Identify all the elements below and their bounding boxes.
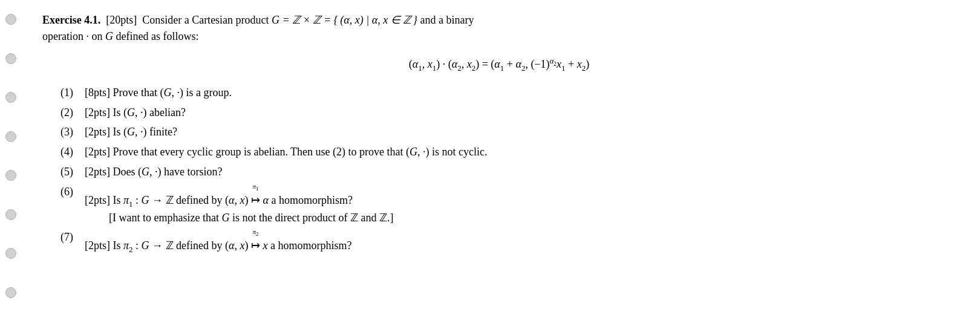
parts-list: (1) [8pts] Prove that (G, ·) is a group.… (60, 84, 956, 255)
binding-circle-5 (5, 170, 16, 181)
part-6-subtext: [I want to emphasize that G is not the d… (109, 209, 956, 227)
part-1-content: [8pts] Prove that (G, ·) is a group. (85, 84, 956, 102)
part-5-content: [2pts] Does (G, ·) have torsion? (85, 163, 956, 181)
binding-circle-6 (5, 209, 16, 220)
part-2: (2) [2pts] Is (G, ·) abelian? (60, 104, 956, 122)
part-4: (4) [2pts] Prove that every cyclic group… (60, 143, 956, 161)
part-6-content: [2pts] Is π1 : G → ℤ defined by (α, x) π… (85, 183, 956, 227)
exercise-content: Exercise 4.1. [20pts] Consider a Cartesi… (42, 12, 956, 257)
part-7-content: [2pts] Is π2 : G → ℤ defined by (α, x) π… (85, 229, 956, 255)
part-3: (3) [2pts] Is (G, ·) finite? (60, 123, 956, 141)
part-6: (6) [2pts] Is π1 : G → ℤ defined by (α, … (60, 183, 956, 227)
set-definition-inline: G = ℤ × ℤ = { (α, x) | α, x ∈ ℤ } (272, 14, 417, 26)
part-2-num: (2) (60, 104, 85, 122)
part-4-content: [2pts] Prove that every cyclic group is … (85, 143, 956, 161)
part-1-num: (1) (60, 84, 85, 102)
part-7: (7) [2pts] Is π2 : G → ℤ defined by (α, … (60, 229, 956, 255)
binding-circle-4 (5, 131, 16, 142)
binding-circle-2 (5, 53, 16, 64)
part-4-num: (4) (60, 143, 85, 161)
part-5: (5) [2pts] Does (G, ·) have torsion? (60, 163, 956, 181)
binding-circle-1 (5, 14, 16, 25)
exercise-header: Exercise 4.1. [20pts] Consider a Cartesi… (42, 12, 956, 45)
part-3-num: (3) (60, 123, 85, 141)
exercise-title: Exercise 4.1. (42, 14, 100, 26)
binding-decoration (5, 0, 17, 312)
page: Exercise 4.1. [20pts] Consider a Cartesi… (0, 0, 980, 312)
part-1: (1) [8pts] Prove that (G, ·) is a group. (60, 84, 956, 102)
binding-circle-7 (5, 248, 16, 259)
part-2-content: [2pts] Is (G, ·) abelian? (85, 104, 956, 122)
part-5-num: (5) (60, 163, 85, 181)
main-formula: (α1, x1) · (α2, x2) = (α1 + α2, (−1)α2x1… (42, 56, 956, 73)
part-6-num: (6) (60, 183, 85, 201)
binding-circle-8 (5, 287, 16, 298)
part-7-num: (7) (60, 229, 85, 246)
binding-circle-3 (5, 92, 16, 103)
part-3-content: [2pts] Is (G, ·) finite? (85, 123, 956, 141)
